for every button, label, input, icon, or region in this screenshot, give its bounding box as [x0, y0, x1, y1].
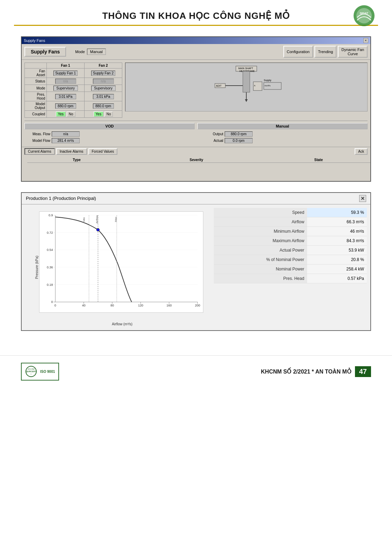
model-flow-row: Model Flow 281.4 m³/s — [24, 137, 195, 144]
page-number: 47 — [355, 366, 371, 377]
svg-text:0: 0 — [55, 304, 56, 307]
vod-section: VOD Meas. Flow n/a Model Flow 281.4 m³/s — [24, 123, 195, 144]
svg-text:80: 80 — [110, 304, 114, 307]
prod-titlebar: Production 1 (Production Principal) ✕ — [22, 193, 370, 204]
window-toolbar: Supply Fans Mode Manual Configuration Tr… — [22, 44, 370, 60]
stats-row: Maximum Airflow 84.3 m³/s — [214, 236, 367, 245]
svg-text:40: 40 — [82, 304, 86, 307]
stats-value-cell: 53.9 kW — [307, 245, 367, 255]
iso-certification: JAS-ANZ QURCERT C ISO 9001 — [21, 363, 59, 381]
actual-value: 0.0 rpm — [225, 138, 253, 143]
svg-text:Supply: Supply — [264, 79, 271, 82]
stats-value-cell: 66.3 m³/s — [307, 217, 367, 226]
output-value: 880.0 rpm — [225, 131, 253, 137]
col-type: Type — [27, 157, 126, 163]
window-close-button[interactable]: ✕ — [363, 38, 368, 43]
qurcert-logo: JAS-ANZ QURCERT C — [25, 366, 37, 378]
row-label: Status — [25, 78, 47, 85]
svg-point-53 — [96, 228, 99, 231]
stats-row: % of Nominal Power 20.8 % — [214, 255, 367, 264]
header-title: THÔNG TIN KHOA HỌC CÔNG NGHỆ MỎ — [102, 10, 290, 21]
svg-text:Max: Max — [114, 217, 117, 222]
svg-text:n/a kPa: n/a kPa — [264, 85, 270, 87]
footer-text: KHCNM SỐ 2/2021 * AN TOÀN MỎ — [261, 368, 351, 375]
table-row: FanAsset Supply Fan 1 Supply Fan 2 — [25, 68, 122, 78]
prod-body: Pressure (kPa) 0 0.18 — [22, 204, 370, 330]
output-label: Output — [199, 132, 223, 136]
prod-close-button[interactable]: ✕ — [359, 195, 366, 202]
stats-label-cell: Maximum Airflow — [214, 236, 307, 245]
production-window: Production 1 (Production Principal) ✕ Pr… — [21, 192, 371, 331]
svg-text:120: 120 — [138, 304, 143, 307]
fan1-status: n/a — [47, 78, 85, 85]
mode-label: Mode — [75, 50, 85, 54]
fan2-coupled: Yes No — [85, 111, 122, 118]
svg-text:QURCERT: QURCERT — [26, 370, 36, 372]
chart-x-label: Airflow (m³/s) — [112, 322, 132, 326]
fan2-no-button[interactable]: No — [104, 111, 113, 117]
row-label: Pres.Hood — [25, 92, 47, 101]
sf-left-panel: Fan 1 Fan 2 FanAsset Supply Fan 1 Supply… — [24, 63, 122, 118]
chart-y-label: Pressure (kPa) — [35, 255, 39, 279]
stats-label-cell: Airflow — [214, 217, 307, 226]
svg-text:A: A — [254, 85, 255, 87]
manual-section: Manual Output 880.0 rpm Actual 0.0 rpm — [197, 123, 368, 144]
svg-text:Min: Min — [82, 217, 86, 222]
fan1-no-button[interactable]: No — [67, 111, 75, 117]
svg-text:0: 0 — [51, 300, 53, 304]
stats-label-cell: Actual Power — [214, 245, 307, 255]
svg-text:0.54: 0.54 — [47, 248, 53, 252]
output-row: Output 880.0 rpm — [197, 131, 368, 137]
stats-label-cell: Pres. Head — [214, 274, 307, 283]
fan1-yes-button[interactable]: Yes — [56, 111, 66, 117]
stats-value-cell: 0.57 kPa — [307, 274, 367, 283]
fan-curve-svg: 0 0.18 0.36 0.54 0.72 — [39, 212, 203, 312]
stats-row: Minimum Airflow 46 m³/s — [214, 226, 367, 236]
window-titlebar: Supply Fans ✕ — [22, 37, 370, 44]
fan-table: Fan 1 Fan 2 FanAsset Supply Fan 1 Supply… — [24, 63, 122, 118]
meas-flow-row: Meas. Flow n/a — [24, 131, 195, 137]
table-row: Status n/a n/a — [25, 78, 122, 85]
stats-row: Actual Power 53.9 kW — [214, 245, 367, 255]
alarm-table: Type Severity State — [27, 157, 370, 177]
dynamic-fan-curve-button[interactable]: Dynamic FanCurve — [338, 46, 368, 58]
fan2-status: n/a — [85, 78, 122, 85]
page-header: THÔNG TIN KHOA HỌC CÔNG NGHỆ MỎ IMSAT — [14, 0, 378, 26]
configuration-button[interactable]: Configuration — [283, 46, 313, 58]
chart-area: Pressure (kPa) 0 0.18 — [25, 208, 207, 327]
stats-label-cell: Minimum Airflow — [214, 226, 307, 236]
vod-title: VOD — [24, 123, 195, 129]
row-label: Coupled — [25, 111, 47, 118]
stats-row: Speed 59.3 % — [214, 208, 367, 217]
forced-values-tab[interactable]: Forced Values — [88, 148, 118, 155]
svg-text:0.18: 0.18 — [47, 283, 53, 286]
header-logo: IMSAT — [350, 3, 378, 28]
svg-rect-6 — [243, 71, 250, 92]
svg-text:200: 200 — [195, 304, 200, 307]
actual-label: Actual — [199, 139, 223, 143]
svg-text:Airflow: Airflow — [95, 215, 99, 223]
fan2-header: Fan 2 — [85, 63, 122, 68]
current-alarms-tab[interactable]: Current Alarms — [24, 148, 55, 155]
trending-button[interactable]: Trending — [314, 46, 336, 58]
footer-left: JAS-ANZ QURCERT C ISO 9001 — [21, 363, 59, 381]
manual-title: Manual — [197, 123, 368, 129]
ack-button[interactable]: Ack — [355, 148, 368, 155]
sf-bottom-panel: VOD Meas. Flow n/a Model Flow 281.4 m³/s… — [24, 121, 368, 144]
svg-text:ADIT: ADIT — [216, 85, 222, 87]
fan2-yes-button[interactable]: Yes — [94, 111, 103, 117]
main-content: Supply Fans ✕ Supply Fans Mode Manual Co… — [0, 26, 392, 352]
fan2-pres-hood: 3.01 kPa — [85, 92, 122, 101]
sf-right-panel: MAIN SHAFT HEADFRAME ADIT A Supply — [125, 63, 368, 118]
stats-row: Airflow 66.3 m³/s — [214, 217, 367, 226]
svg-text:0.72: 0.72 — [47, 231, 53, 234]
chart-canvas: 0 0.18 0.36 0.54 0.72 — [39, 211, 203, 313]
row-label: ModelOutput — [25, 101, 47, 111]
fan1-asset: Supply Fan 1 — [47, 68, 85, 78]
col-severity: Severity — [126, 157, 267, 163]
stats-value-cell: 59.3 % — [307, 208, 367, 217]
svg-text:C: C — [31, 373, 32, 375]
fan1-mode: Supervisory — [47, 85, 85, 92]
inactive-alarms-tab[interactable]: Inactive Alarms — [56, 148, 87, 155]
footer-right: KHCNM SỐ 2/2021 * AN TOÀN MỎ 47 — [261, 366, 371, 377]
